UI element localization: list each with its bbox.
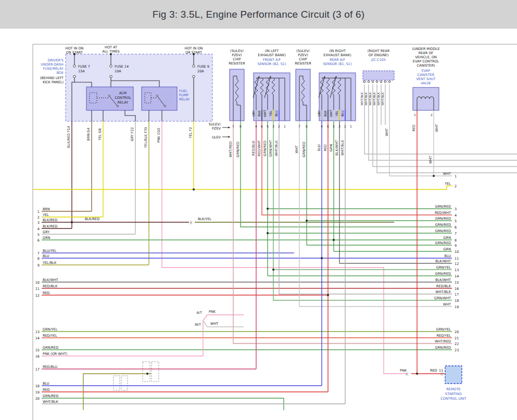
wire: [299, 121, 452, 307]
pin-number: 1: [37, 210, 40, 214]
wire-label: RED/WHT: [257, 140, 261, 156]
pin-number: 1: [414, 113, 416, 117]
pin-number: 2: [431, 113, 433, 117]
pin-number: 4: [255, 124, 257, 128]
junction-dot: [321, 257, 323, 259]
pin-number: 6: [239, 124, 242, 128]
junction-dot: [327, 294, 329, 296]
pin-label: GRN: [444, 247, 451, 251]
wire-label: BLK/RED F14: [67, 126, 71, 148]
terminal: [117, 105, 118, 107]
component-title: EVAP CONTROL: [413, 59, 439, 63]
pin-label: GRY: [43, 230, 49, 234]
terminal: [156, 95, 158, 96]
wire: [364, 84, 517, 154]
wire-label: WHT: [329, 110, 333, 117]
wire-label: YEL/BLK F31: [144, 127, 148, 148]
pin-number: 20: [35, 397, 40, 401]
component-title: REAR A/F: [330, 58, 345, 62]
wire-label: YEL: [269, 110, 272, 117]
component-title: EXHAUST BANK): [323, 53, 351, 57]
pin-number: 12: [35, 294, 40, 298]
wire-label: WHT/BLK: [274, 140, 279, 156]
component-title: VENT SHUT: [416, 77, 435, 81]
pin-number: 6: [261, 124, 263, 128]
remote-unit-label: STARTING: [445, 392, 462, 396]
wire-label: RED: [323, 144, 327, 151]
pin-label: GRN/RED: [43, 346, 58, 350]
pin-label: BLK/WHT: [435, 278, 451, 282]
inline-connector-box: [114, 376, 120, 390]
wire-label: BLU: [317, 145, 321, 151]
wire-label: BLU: [341, 110, 344, 117]
wiring-diagram: HOT IN ONOR STARTHOT ATALL TIMESHOT IN O…: [0, 29, 517, 420]
pin-number: 22: [455, 342, 459, 346]
pin-number: 23: [455, 348, 459, 352]
pin-number: 14: [35, 336, 40, 340]
inline-connector: )(: [190, 221, 193, 225]
component-title: CHIP: [233, 57, 241, 61]
pin-number: 1: [455, 174, 457, 179]
pin-number: 6: [455, 225, 457, 230]
wire-label: WHT/BLK: [360, 92, 363, 106]
component-title: PZEV): [232, 53, 242, 57]
wire-label: GRY F22: [130, 127, 134, 141]
component-title: RESISTER: [229, 61, 245, 66]
pin-label: GRN/YEL: [43, 327, 58, 332]
junction-dot: [146, 373, 148, 375]
pin-number: 11: [455, 257, 459, 261]
pin-number: 15: [455, 281, 459, 285]
wire: [241, 121, 452, 227]
pin-label: RED/WHT: [435, 211, 451, 215]
pin-number: 6: [327, 124, 329, 128]
pin-number: 3: [338, 124, 341, 128]
wire-label: GRN/RED: [263, 141, 267, 156]
pin-number: 9: [37, 263, 40, 268]
terminal: [363, 81, 365, 83]
pin-number: 7: [455, 232, 457, 236]
inline-connector: ((: [440, 372, 444, 376]
pin-number: 19: [455, 305, 459, 309]
wire-label: GRN: [329, 144, 333, 152]
relay-name: FUEL: [179, 89, 188, 93]
component-title: CANISTER: [418, 73, 435, 77]
component-title: J/C C105: [371, 58, 386, 62]
remote-unit-label: REMOTE: [446, 387, 460, 391]
component-title: OF ENGINE): [369, 53, 388, 57]
fusebox-name: UNDER-DASH: [41, 62, 64, 67]
component-title: VALVE: [421, 81, 431, 85]
wire-label: BLU: [274, 110, 278, 117]
component-title: (SULEV/: [296, 49, 310, 53]
pin-label: WHT: [443, 302, 451, 307]
pin-number: 7: [298, 124, 300, 128]
pin-number: 17: [455, 292, 459, 297]
fuse-name: FUSE 14: [115, 65, 129, 69]
pin-number: 4: [37, 227, 40, 231]
fusebox-name: DRIVER'S: [48, 58, 64, 62]
fusebox-location: KICK PANEL): [43, 80, 64, 84]
pin-label: GRN/RED: [435, 217, 451, 221]
component-title: PZEV): [298, 53, 308, 57]
wire: [262, 121, 452, 215]
pin-label: BLK/WHT: [435, 259, 451, 263]
wire: [273, 121, 452, 300]
component-title: (UNDER MIDDLE: [412, 47, 439, 51]
pin-number: 6: [306, 124, 308, 128]
terminal: [368, 81, 370, 83]
figure-title-bar: Fig 3: 3.5L, Engine Performance Circuit …: [0, 0, 517, 29]
relay-name: PUMP: [179, 93, 188, 97]
wire-label: BLK/YEL: [198, 217, 212, 221]
variant-label: A/T: [196, 311, 202, 315]
wire-yel-main: [33, 186, 452, 189]
pin-label: BLU/YEL: [43, 249, 57, 253]
wire-label: RED: [430, 368, 437, 373]
inline-connector-box: [121, 376, 128, 390]
component-title: CHIP: [299, 57, 307, 61]
pin-label: BLK/WHT: [43, 278, 58, 282]
figure-title: Fig 3: 3.5L, Engine Performance Circuit …: [153, 9, 365, 20]
pin-label: GRN/RED: [43, 394, 58, 398]
junction-dot: [272, 269, 274, 271]
wire-label: GRY: [317, 110, 321, 117]
pin-number: 13: [455, 268, 459, 272]
wire-label: WHT/BLK: [341, 139, 345, 156]
